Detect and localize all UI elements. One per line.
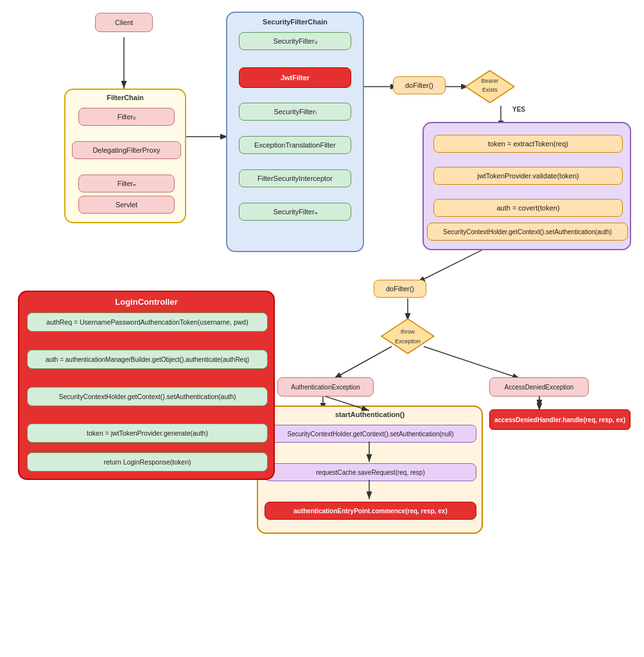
securityfilterchain-container: SecurityFilterChain SecurityFilter₀ JwtF… (226, 12, 364, 252)
auth-manager-box: auth = authenticationManagerBuilder.getO… (27, 350, 268, 369)
servlet-label: Servlet (116, 201, 137, 209)
auth-req-box: authReq = UsernamePasswordAuthencationTo… (27, 312, 268, 332)
svg-text:Exists: Exists (482, 87, 498, 93)
filterchain-container: FilterChain Filter₀ DelegatingFilterProx… (64, 89, 186, 223)
req-cache-label: requestCache.saveRequest(req, resp) (316, 469, 425, 476)
filter0-box: Filter₀ (78, 108, 175, 126)
logincontroller-container: LoginController authReq = UsernamePasswo… (18, 291, 275, 480)
svg-marker-35 (381, 319, 434, 354)
logincontroller-label: LoginController (115, 297, 178, 307)
access-handler-label: accessDeniedHandler.handle(req, resp, ex… (494, 416, 625, 423)
return-token-label: return LoginResponse(token) (104, 458, 191, 466)
filtersecurity-box: FilterSecurityInterceptor (239, 169, 351, 187)
extract-token-box: token = extractToken(req) (433, 135, 623, 153)
jwt-processing-container: token = extractToken(req) jwtTokenProvid… (422, 122, 631, 250)
filter0-label: Filter₀ (117, 113, 135, 121)
gen-token-label: token = jwtTokenProvider.generate(auth) (87, 429, 208, 437)
start-auth-container: startAuthentication() SecurityContextHol… (257, 405, 483, 534)
filtersecurity-label: FilterSecurityInterceptor (257, 175, 333, 182)
throw-exception-diamond: throw Exception (381, 318, 435, 355)
exceptionfilter-label: ExceptionTranslationFilter (254, 141, 336, 149)
diagram-container: Client FilterChain Filter₀ DelegatingFil… (0, 0, 644, 657)
set-auth-label: SecurityContextHolder.getContext().setAu… (443, 228, 612, 235)
securityfilter1-label: SecurityFilterₗ (274, 108, 316, 116)
access-handler-box: accessDeniedHandler.handle(req, resp, ex… (489, 409, 631, 430)
start-auth-label: startAuthentication() (335, 411, 405, 418)
bearer-yes-label: YES (512, 106, 525, 113)
svg-text:Exception: Exception (395, 338, 421, 345)
access-denied-box: AccessDeniedException (489, 377, 589, 397)
set-null-label: SecurityContextHolder.getContext().setAu… (287, 431, 453, 438)
exceptionfilter-box: ExceptionTranslationFilter (239, 136, 351, 154)
req-cache-box: requestCache.saveRequest(req, resp) (265, 463, 476, 481)
entry-point-box: authenticationEntryPoint.commence(req, r… (265, 502, 476, 520)
delegating-label: DelegatingFilterProxy (92, 146, 160, 154)
filterchain-label: FilterChain (107, 94, 143, 101)
securityfiltern-label: SecurityFilterₙ (273, 208, 317, 216)
dofilter1-box: doFilter() (393, 76, 446, 94)
validate-token-label: jwtTokenProvider.validate(token) (477, 172, 579, 180)
return-token-box: return LoginResponse(token) (27, 452, 268, 472)
delegating-box: DelegatingFilterProxy (72, 141, 181, 159)
svg-text:Bearer: Bearer (481, 78, 498, 84)
set-null-box: SecurityContextHolder.getContext().setAu… (265, 425, 476, 443)
servlet-box: Servlet (78, 196, 175, 214)
securityfilter0-label: SecurityFilter₀ (273, 37, 317, 46)
client-label: Client (115, 19, 133, 26)
securityfilter1-box: SecurityFilterₗ (239, 103, 351, 121)
jwtfilter-box: JwtFilter (239, 67, 351, 88)
auth-exception-box: AuthenticationException (277, 377, 374, 397)
set-auth2-box: SecurityContextHolder.getContext().setAu… (27, 387, 268, 406)
bearer-diamond: Bearer Exists (464, 69, 516, 105)
dofilter2-label: doFilter() (386, 285, 414, 293)
securityfilter0-box: SecurityFilter₀ (239, 32, 351, 50)
validate-token-box: jwtTokenProvider.validate(token) (433, 167, 623, 185)
set-auth-box: SecurityContextHolder.getContext().setAu… (427, 223, 628, 241)
filtern-box: Filterₙ (78, 175, 175, 192)
jwtfilter-label: JwtFilter (281, 74, 309, 81)
securityfilterchain-label: SecurityFilterChain (263, 18, 327, 26)
auth-covert-box: auth = covert(token) (433, 199, 623, 217)
client-box: Client (95, 13, 153, 32)
svg-text:throw: throw (401, 328, 415, 335)
access-denied-label: AccessDeniedException (505, 384, 574, 391)
dofilter1-label: doFilter() (405, 81, 433, 89)
gen-token-box: token = jwtTokenProvider.generate(auth) (27, 423, 268, 443)
filtern-label: Filterₙ (117, 180, 135, 188)
set-auth2-label: SecurityContextHolder.getContext().setAu… (58, 393, 236, 400)
dofilter2-box: doFilter() (374, 280, 426, 298)
auth-manager-label: auth = authenticationManagerBuilder.getO… (46, 356, 249, 363)
svg-line-22 (424, 346, 520, 379)
extract-token-label: token = extractToken(req) (488, 140, 568, 148)
securityfiltern-box: SecurityFilterₙ (239, 203, 351, 221)
auth-exception-label: AuthenticationException (291, 384, 360, 391)
auth-req-label: authReq = UsernamePasswordAuthencationTo… (46, 318, 248, 326)
entry-point-label: authenticationEntryPoint.commence(req, r… (293, 508, 448, 515)
auth-covert-label: auth = covert(token) (496, 204, 559, 212)
